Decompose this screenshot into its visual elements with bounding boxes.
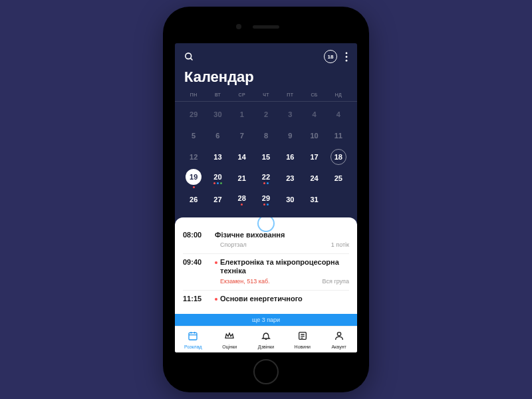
svg-point-14 [337,332,340,335]
day-number: 19 [186,169,201,185]
calendar-day[interactable] [327,190,350,209]
day-number: 1 [240,110,244,118]
calendar-day[interactable]: 30 [205,104,229,124]
weekday-label: ПН [182,92,205,97]
calendar-day[interactable]: 9 [278,126,302,146]
tab-news[interactable]: Новини [284,327,321,352]
calendar-day[interactable]: 11 [327,126,350,146]
calendar-day[interactable]: 12 [182,147,205,167]
tab-label: Акаунт [331,344,346,349]
calendar-day[interactable]: 28 [230,190,254,209]
calendar-day[interactable]: 17 [302,147,326,167]
phone-camera [236,24,241,29]
day-number: 20 [213,173,221,181]
day-number: 25 [334,174,342,182]
event-dots [263,182,269,184]
day-number: 26 [190,196,198,203]
day-number: 23 [286,174,294,182]
day-number: 2 [264,110,268,118]
svg-rect-5 [189,332,197,340]
tab-crown[interactable]: Оцінки [211,327,248,352]
weekday-label: ПТ [278,92,302,97]
day-number: 4 [313,110,317,118]
day-number: 15 [262,153,270,161]
calendar-day[interactable]: 4 [302,104,326,124]
day-number: 18 [334,153,342,161]
calendar-day[interactable]: 3 [278,104,302,124]
news-icon [297,331,308,344]
more-icon[interactable] [345,52,348,62]
bottom-tabbar: РозкладОцінкиДзвінкиНовиниАкаунт [175,326,357,352]
tab-bell[interactable]: Дзвінки [248,327,285,352]
day-number: 3 [288,110,292,118]
search-icon[interactable] [184,52,194,62]
day-number: 12 [190,153,198,161]
weekday-label: ВТ [205,92,229,97]
calendar-day[interactable]: 5 [182,126,205,146]
tab-label: Розклад [184,344,202,349]
calendar-day[interactable]: 24 [302,168,326,188]
calendar-day[interactable]: 22 [254,168,278,188]
weekday-label: НД [327,92,350,97]
svg-line-1 [190,58,192,60]
weekday-row: ПНВТСРЧТПТСБНД [175,92,357,102]
calendar-day[interactable]: 26 [182,190,205,209]
calendar-day[interactable]: 2 [254,104,278,124]
calendar-day[interactable]: 4 [327,104,350,124]
svg-point-2 [346,52,348,54]
tab-account[interactable]: Акаунт [321,327,357,352]
page-title: Календар [175,67,357,92]
day-number: 29 [262,194,270,202]
day-number: 24 [310,174,318,182]
event-row[interactable]: 11:15Основи енергетичного [183,291,349,309]
bell-icon [261,331,271,344]
calendar-day[interactable]: 14 [230,147,254,167]
calendar-day[interactable]: 10 [302,126,326,146]
event-time: 08:00 [183,231,208,248]
day-number: 16 [286,153,294,161]
weekday-label: ЧТ [254,92,278,97]
day-number: 14 [238,153,246,161]
calendar-day[interactable]: 7 [230,126,254,146]
day-number: 21 [238,174,246,182]
calendar-day[interactable]: 15 [254,147,278,167]
day-number: 5 [192,132,196,140]
more-events-label: ще 3 пари [252,317,280,323]
calendar-day[interactable]: 30 [278,190,302,209]
calendar-day[interactable]: 6 [205,126,229,146]
day-number: 4 [336,110,340,118]
weekday-label: СР [230,92,254,97]
calendar-day[interactable]: 29 [254,190,278,209]
day-number: 11 [334,132,342,140]
calendar-day[interactable]: 19 [182,168,205,188]
calendar-day[interactable]: 8 [254,126,278,146]
calendar-day[interactable]: 25 [327,168,350,188]
event-location: Екзамен, 513 каб. [220,278,270,285]
calendar-day[interactable]: 20 [205,168,229,188]
calendar-day[interactable]: 31 [302,190,326,209]
home-button[interactable] [253,359,279,384]
tab-label: Новини [295,344,311,349]
calendar-day[interactable]: 1 [230,104,254,124]
tab-calendar[interactable]: Розклад [175,327,211,352]
events-sheet[interactable]: 08:00Фізичне вихованняСпортзал1 потік09:… [175,217,357,352]
phone-speaker [253,25,279,29]
event-group: Вся група [323,278,349,285]
day-number: 7 [240,132,244,140]
calendar-day[interactable]: 18 [327,147,350,167]
day-number: 9 [288,132,292,140]
event-row[interactable]: 09:40Електроніка та мікропроцесорна техн… [183,254,349,290]
calendar-day[interactable]: 23 [278,168,302,188]
event-time: 09:40 [183,258,208,284]
event-time: 11:15 [183,295,208,303]
calendar-day[interactable]: 27 [205,190,229,209]
date-badge[interactable]: 18 [324,50,337,63]
event-dots [263,203,269,205]
more-events-bar[interactable]: ще 3 пари [175,314,357,326]
calendar-day[interactable]: 16 [278,147,302,167]
tab-label: Оцінки [222,344,237,349]
calendar-day[interactable]: 29 [182,104,205,124]
calendar-day[interactable]: 21 [230,168,254,188]
account-icon [334,331,344,344]
calendar-day[interactable]: 13 [205,147,229,167]
